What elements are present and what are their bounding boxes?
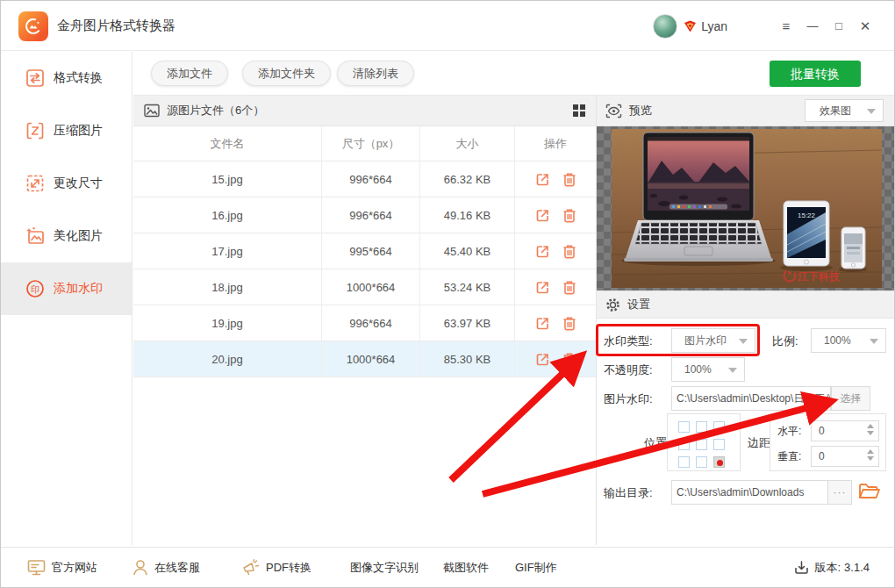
table-row[interactable]: 15.jpg 996*664 66.32 KB xyxy=(133,161,596,197)
open-file-icon[interactable] xyxy=(535,172,550,187)
minimize-icon[interactable]: — xyxy=(799,1,826,51)
file-list-panel: 源图片文件（6个） 文件名 尺寸（px） 大小 操作 15.jpg 996*66… xyxy=(133,96,596,545)
scale-dropdown[interactable]: 100% xyxy=(811,328,886,353)
table-row[interactable]: 19.jpg 996*664 63.97 KB xyxy=(133,305,596,341)
stepper-down-icon[interactable] xyxy=(867,431,874,435)
footer-link-pdf-convert[interactable]: PDF转换 xyxy=(242,559,311,576)
delete-file-icon[interactable] xyxy=(562,244,576,259)
open-file-icon[interactable] xyxy=(535,280,550,295)
add-file-button[interactable]: 添加文件 xyxy=(151,61,228,86)
position-grid xyxy=(667,413,741,471)
chevron-down-icon xyxy=(870,339,878,344)
sidebar-item-resize[interactable]: 更改尺寸 xyxy=(1,157,132,210)
position-checkbox[interactable] xyxy=(678,421,690,433)
horizontal-stepper[interactable]: 0 xyxy=(811,420,879,441)
tablet-clock: 15:22 xyxy=(798,212,816,219)
stepper-up-icon[interactable] xyxy=(867,424,874,428)
position-checkbox[interactable] xyxy=(678,456,690,468)
column-header-actions: 操作 xyxy=(515,126,596,161)
beautify-image-icon xyxy=(25,226,45,246)
open-file-icon[interactable] xyxy=(535,352,550,367)
watermark-type-dropdown[interactable]: 图片水印 xyxy=(671,328,755,353)
vertical-value: 0 xyxy=(819,450,825,463)
footer-link-official-site[interactable]: 官方网站 xyxy=(27,559,97,576)
sidebar-item-beautify[interactable]: 美化图片 xyxy=(1,210,132,262)
svg-text:江下科技: 江下科技 xyxy=(797,270,840,283)
footer: 官方网站 在线客服 PDF转换 图像文字识别 截图软件 GIF制作 xyxy=(1,547,894,587)
margin-box: 水平: 0 垂直: 0 xyxy=(770,413,886,471)
toolbar: 添加文件 添加文件夹 清除列表 批量转换 xyxy=(133,52,895,96)
footer-link-label: GIF制作 xyxy=(515,560,557,576)
table-row-selected[interactable]: 20.jpg 1000*664 85.30 KB xyxy=(133,341,596,377)
output-dir-input[interactable]: C:\Users\admin\Downloads xyxy=(671,480,828,505)
file-size: 53.24 KB xyxy=(420,269,515,305)
compress-image-icon xyxy=(25,121,45,140)
footer-link-online-support[interactable]: 在线客服 xyxy=(132,559,200,576)
sidebar-item-add-watermark[interactable]: 印 添加水印 xyxy=(1,262,132,315)
file-size: 85.30 KB xyxy=(420,341,515,376)
open-file-icon[interactable] xyxy=(535,208,550,223)
sidebar-item-label: 美化图片 xyxy=(54,228,103,244)
stepper-up-icon[interactable] xyxy=(867,449,874,454)
stepper-down-icon[interactable] xyxy=(867,456,874,461)
image-watermark-label: 图片水印: xyxy=(604,391,653,407)
chevron-down-icon xyxy=(728,368,737,373)
close-icon[interactable]: ✕ xyxy=(852,1,878,51)
version-label: 版本: xyxy=(814,560,841,576)
choose-watermark-button[interactable]: 选择 xyxy=(831,386,870,411)
position-checkbox[interactable] xyxy=(713,421,725,433)
add-folder-button[interactable]: 添加文件夹 xyxy=(242,61,331,86)
delete-file-icon[interactable] xyxy=(562,172,576,187)
format-convert-icon xyxy=(25,68,45,88)
title-bar: 金舟图片格式转换器 Lyan ≡ — □ ✕ xyxy=(1,1,894,51)
position-checkbox-selected[interactable] xyxy=(713,456,725,468)
position-checkbox[interactable] xyxy=(678,439,690,450)
sidebar-item-format-convert[interactable]: 格式转换 xyxy=(1,52,132,104)
footer-link-gif-maker[interactable]: GIF制作 xyxy=(515,560,557,576)
opacity-dropdown[interactable]: 100% xyxy=(671,357,745,382)
table-row[interactable]: 16.jpg 996*664 49.16 KB xyxy=(133,197,596,233)
file-name: 20.jpg xyxy=(133,341,322,376)
username[interactable]: Lyan xyxy=(701,19,727,33)
position-checkbox[interactable] xyxy=(713,439,725,450)
sidebar-item-compress-image[interactable]: 压缩图片 xyxy=(1,104,132,157)
maximize-icon[interactable]: □ xyxy=(826,1,852,51)
open-file-icon[interactable] xyxy=(535,316,550,331)
position-checkbox[interactable] xyxy=(696,421,707,433)
delete-file-icon[interactable] xyxy=(562,280,576,295)
delete-file-icon[interactable] xyxy=(562,316,576,331)
position-checkbox[interactable] xyxy=(696,439,707,450)
delete-file-icon[interactable] xyxy=(562,352,576,367)
file-dimensions: 996*664 xyxy=(322,305,420,341)
user-avatar[interactable] xyxy=(653,14,677,39)
image-watermark-path-input[interactable]: C:\Users\admin\Desktop\日常工作 xyxy=(671,386,831,411)
column-header-filename: 文件名 xyxy=(133,126,322,161)
file-name: 15.jpg xyxy=(133,161,322,197)
footer-link-screenshot[interactable]: 截图软件 xyxy=(443,560,489,576)
vertical-stepper[interactable]: 0 xyxy=(811,446,879,467)
file-size: 45.40 KB xyxy=(420,233,515,269)
monitor-icon xyxy=(27,559,46,576)
chevron-down-icon xyxy=(739,339,748,344)
position-checkbox[interactable] xyxy=(696,456,707,468)
vertical-label: 垂直: xyxy=(777,449,801,464)
vip-badge-icon xyxy=(683,19,698,33)
delete-file-icon[interactable] xyxy=(562,208,576,223)
footer-link-ocr[interactable]: 图像文字识别 xyxy=(350,560,419,576)
preview-title: 预览 xyxy=(629,103,652,118)
footer-link-label: 官方网站 xyxy=(52,560,97,576)
table-row[interactable]: 18.jpg 1000*664 53.24 KB xyxy=(133,269,596,305)
image-file-icon xyxy=(144,104,160,118)
menu-icon[interactable]: ≡ xyxy=(773,1,799,51)
open-folder-icon[interactable] xyxy=(857,480,880,506)
preview-mode-dropdown[interactable]: 效果图 xyxy=(805,99,884,122)
chevron-down-icon xyxy=(867,109,876,114)
clear-list-button[interactable]: 清除列表 xyxy=(337,61,414,86)
table-row[interactable]: 17.jpg 995*664 45.40 KB xyxy=(133,233,596,269)
batch-convert-button[interactable]: 批量转换 xyxy=(770,61,861,87)
file-name: 18.jpg xyxy=(133,269,322,305)
version-download-icon[interactable] xyxy=(794,560,809,575)
browse-button[interactable]: ··· xyxy=(827,480,852,505)
grid-view-icon[interactable] xyxy=(573,104,585,117)
open-file-icon[interactable] xyxy=(535,244,550,259)
